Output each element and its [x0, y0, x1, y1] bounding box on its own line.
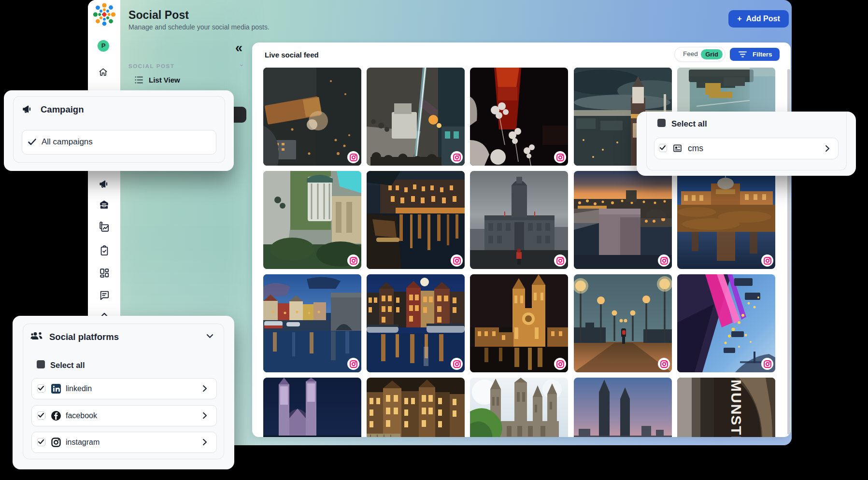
- svg-text:MUNSTER: MUNSTER: [728, 380, 744, 437]
